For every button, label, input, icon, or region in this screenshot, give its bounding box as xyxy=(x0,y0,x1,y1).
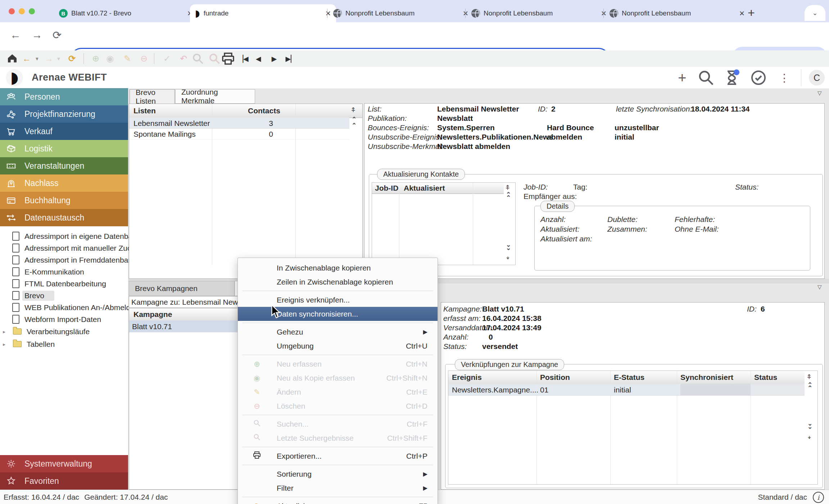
scroll-bottom-icon[interactable]: ⍖ xyxy=(807,434,811,440)
window-close-button[interactable] xyxy=(9,8,15,14)
menu-item-daten-synchronisieren[interactable]: Daten synchronisieren... xyxy=(238,307,438,321)
next-record-icon[interactable]: ▶ xyxy=(268,50,281,67)
expander-icon[interactable]: ▸ xyxy=(3,341,8,347)
menu-item-aktualisieren[interactable]: ⟳AktualisierenF5 xyxy=(238,499,438,504)
column-header[interactable]: Aktualisiert xyxy=(404,184,445,192)
scroll-pageup-icon[interactable]: ⌃⌃ xyxy=(807,383,812,390)
last-record-icon[interactable]: ▶▏ xyxy=(284,50,298,67)
tree-item-adressimport-fremd[interactable]: Adressimport in Fremddatenbank xyxy=(0,254,128,266)
copy-record-icon[interactable]: ◉ xyxy=(104,50,117,67)
undo-icon[interactable]: ↶ xyxy=(177,50,190,67)
browser-tab[interactable]: Nonprofit Lebensbaum ✕ xyxy=(466,4,612,22)
previous-record-icon[interactable]: ◀ xyxy=(252,50,265,67)
menu-item-suchen[interactable]: Suchen...Ctrl+F xyxy=(238,417,438,431)
window-minimize-button[interactable] xyxy=(19,8,25,14)
listen-table-header[interactable]: Listen Contacts xyxy=(129,104,362,118)
scroll-pageup-icon[interactable]: ⌃⌃ xyxy=(352,116,357,128)
sidebar-item-systemverwaltung[interactable]: Systemverwaltung xyxy=(0,455,128,472)
scroll-pagedown-icon[interactable]: ⌄⌄ xyxy=(807,422,812,429)
tab-brevo-listen[interactable]: Brevo Listen xyxy=(130,89,175,104)
sidebar-item-favoriten[interactable]: Favoriten xyxy=(0,472,128,490)
browser-tab-active[interactable]: ◗ funtrade ✕ xyxy=(190,4,336,22)
column-header[interactable]: Listen xyxy=(133,106,156,115)
sidebar-item-logistik[interactable]: Logistik xyxy=(0,140,128,157)
more-kebab-icon[interactable]: ⋮ xyxy=(776,69,793,86)
reload-icon[interactable]: ⟳ xyxy=(53,29,62,41)
sidebar-item-nachlass[interactable]: Nachlass xyxy=(0,174,128,192)
browser-tab[interactable]: B Blatt v10.72 - Brevo ✕ xyxy=(54,4,198,22)
menu-item-exportieren[interactable]: Exportieren...Ctrl+P xyxy=(238,449,438,463)
scroll-pagedown-icon[interactable]: ⌄⌄ xyxy=(506,243,511,250)
sidebar-item-buchhaltung[interactable]: Buchhaltung xyxy=(0,192,128,209)
back-dropdown-icon[interactable]: ▼ xyxy=(33,50,41,67)
close-icon[interactable]: ✕ xyxy=(739,9,745,18)
info-icon[interactable]: i xyxy=(813,492,824,503)
sidebar-item-projektfinanzierung[interactable]: Projektfinanzierung xyxy=(0,105,128,123)
panel-collapse-chevron[interactable]: ▽ xyxy=(817,284,822,290)
tab-zuordnung-merkmale[interactable]: Zuordnung Merkmale xyxy=(175,89,255,104)
add-icon[interactable]: + xyxy=(674,69,691,86)
expander-icon[interactable]: ▸ xyxy=(3,329,8,335)
scroll-top-icon[interactable]: ⍏ xyxy=(352,107,355,113)
done-check-circle-icon[interactable] xyxy=(750,69,767,86)
menu-item-letzte-suchergebnisse[interactable]: Letzte SuchergebnisseCtrl+Shift+F xyxy=(238,431,438,445)
menu-item-umgebung[interactable]: UmgebungCtrl+U xyxy=(238,339,438,353)
menu-item-zeilen-zwischenablage[interactable]: Zeilen in Zwischenablage kopieren xyxy=(238,275,438,289)
tree-folder-tabellen[interactable]: ▸Tabellen xyxy=(0,338,128,350)
sidebar-item-personen[interactable]: Personen xyxy=(0,88,128,105)
menu-item-loeschen[interactable]: ⊖LöschenCtrl+D xyxy=(238,399,438,413)
browser-tab[interactable]: Nonprofit Lebensbaum ✕ xyxy=(328,4,474,22)
window-zoom-button[interactable] xyxy=(29,8,35,14)
column-header[interactable]: Kampagne xyxy=(133,310,172,319)
menu-item-zwischenablage[interactable]: In Zwischenablage kopieren xyxy=(238,261,438,275)
tree-item-brevo-selected[interactable]: Brevo xyxy=(0,290,128,301)
verknuepfungen-header[interactable]: Ereignis Position E-Status Synchronisier… xyxy=(448,371,805,384)
tree-item-webform[interactable]: Webform Import-Daten xyxy=(0,313,128,325)
tree-item-web-publikationen[interactable]: WEB Publikationen An-/Abmelde xyxy=(0,301,128,313)
menu-item-ereignis-verknuepfen[interactable]: Ereignis verknüpfen... xyxy=(238,293,438,307)
column-header[interactable]: E-Status xyxy=(614,373,644,382)
menu-item-gehezu[interactable]: Gehezu▶ xyxy=(238,325,438,339)
edit-record-icon[interactable]: ✎ xyxy=(121,50,134,67)
user-avatar-initial[interactable]: C xyxy=(809,70,825,86)
sidebar-item-verkauf[interactable]: Verkauf xyxy=(0,123,128,140)
scroll-top-icon[interactable]: ⍏ xyxy=(506,185,509,191)
menu-item-neu-als-kopie[interactable]: ◉Neu als Kopie erfassenCtrl+Shift+N xyxy=(238,371,438,385)
menu-item-aendern[interactable]: ✎ÄndernCtrl+E xyxy=(238,385,438,399)
history-back-icon[interactable]: ← xyxy=(20,50,33,67)
search-results-icon-faded[interactable] xyxy=(208,50,221,67)
pending-tasks-hourglass-icon[interactable] xyxy=(723,69,740,86)
new-record-icon[interactable]: ⊕ xyxy=(89,50,102,67)
scroll-bottom-icon[interactable]: ⍖ xyxy=(506,255,509,261)
forward-dropdown-icon[interactable]: ▼ xyxy=(55,50,63,67)
search-icon-faded[interactable] xyxy=(191,50,204,67)
search-icon[interactable] xyxy=(697,69,715,86)
sidebar-item-veranstaltungen[interactable]: Veranstaltungen xyxy=(0,157,128,174)
tree-item-e-kommunikation[interactable]: E-Kommunikation xyxy=(0,266,128,278)
table-row[interactable]: Spontane Mailings 0 xyxy=(129,128,349,140)
column-header[interactable]: Ereignis xyxy=(452,373,482,382)
column-header[interactable]: Job-ID xyxy=(375,184,398,192)
tree-item-adressimport-eigene[interactable]: Adressimport in eigene Datenbar xyxy=(0,230,128,242)
sidebar-item-datenaustausch[interactable]: Datenaustausch xyxy=(0,209,128,226)
back-icon[interactable]: ← xyxy=(10,29,21,41)
menu-item-sortierung[interactable]: Sortierung▶ xyxy=(238,467,438,481)
job-table-header[interactable]: Job-ID Aktualisiert xyxy=(372,183,504,194)
column-header[interactable]: Position xyxy=(540,373,570,382)
first-record-icon[interactable]: ▕◀ xyxy=(236,50,250,67)
menu-item-filter[interactable]: Filter▶ xyxy=(238,481,438,495)
tree-folder-verarbeitungslaeufe[interactable]: ▸Verarbeitungsläufe xyxy=(0,326,128,337)
tab-brevo-kampagnen[interactable]: Brevo Kampagnen xyxy=(129,281,235,296)
home-icon[interactable] xyxy=(6,50,19,67)
forward-icon[interactable]: → xyxy=(32,29,42,41)
scroll-top-icon[interactable]: ⍏ xyxy=(807,374,811,380)
column-header[interactable]: Status xyxy=(754,373,777,382)
browser-tab[interactable]: Nonprofit Lebensbaum ✕ xyxy=(604,4,750,22)
column-header[interactable]: Contacts xyxy=(248,106,280,115)
tree-item-ftml[interactable]: FTML Datenbearbeitung xyxy=(0,278,128,290)
confirm-icon[interactable]: ✓ xyxy=(160,50,173,67)
refresh-icon[interactable]: ⟳ xyxy=(65,50,78,67)
scroll-pageup-icon[interactable]: ⌃⌃ xyxy=(506,193,511,200)
new-tab-button[interactable]: + xyxy=(748,6,755,20)
panel-collapse-chevron[interactable]: ▽ xyxy=(817,90,822,96)
